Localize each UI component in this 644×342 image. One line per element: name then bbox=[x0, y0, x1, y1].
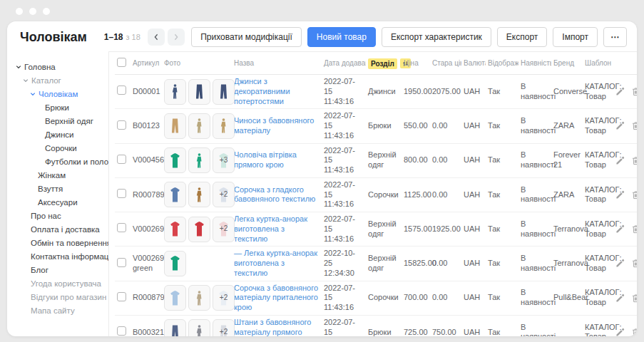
product-name-link[interactable]: Легка куртка-анорак виготовлена з тексти… bbox=[234, 214, 307, 243]
export-characteristics-button[interactable]: Експорт характеристик bbox=[382, 27, 491, 47]
delete-button[interactable] bbox=[631, 328, 637, 336]
sidebar-item[interactable]: Чоловікам bbox=[7, 87, 108, 100]
edit-button[interactable] bbox=[615, 224, 625, 234]
edit-button[interactable] bbox=[615, 294, 625, 303]
pagination-next-button[interactable] bbox=[168, 28, 185, 46]
sidebar-item[interactable]: Оплата і доставка bbox=[7, 222, 108, 236]
row-checkbox[interactable] bbox=[117, 120, 126, 130]
product-photo[interactable] bbox=[188, 182, 210, 207]
column-header-name[interactable]: Назва bbox=[232, 52, 322, 75]
product-name-link[interactable]: Чиноси з бавовняного матеріалу bbox=[234, 116, 314, 135]
row-checkbox[interactable] bbox=[117, 223, 126, 232]
product-photo[interactable] bbox=[164, 113, 186, 139]
product-photo[interactable] bbox=[164, 319, 186, 336]
window-zoom-button[interactable] bbox=[43, 8, 50, 15]
product-photo[interactable] bbox=[213, 113, 235, 139]
column-header-currency[interactable]: Валюта bbox=[461, 52, 486, 75]
sidebar-item[interactable]: Обмін та повернення bbox=[7, 236, 108, 249]
column-header-availability[interactable]: Наявність bbox=[518, 52, 551, 75]
column-header-brand[interactable]: Бренд bbox=[551, 52, 583, 75]
column-header-sku[interactable]: Артикул bbox=[131, 52, 162, 75]
product-name-link[interactable]: Сорочка з бавовняного матеріалу притален… bbox=[234, 284, 318, 312]
edit-button[interactable] bbox=[615, 87, 625, 96]
edit-button[interactable] bbox=[615, 259, 625, 268]
new-product-button[interactable]: Новий товар bbox=[307, 27, 376, 47]
row-checkbox[interactable] bbox=[117, 86, 126, 95]
product-name-link[interactable]: Штани з бавовняного матеріалу прямого кр… bbox=[234, 318, 311, 336]
sidebar-item[interactable]: Джинси bbox=[7, 128, 108, 141]
product-photo[interactable] bbox=[164, 147, 186, 173]
sidebar-item[interactable]: Контактна інформація bbox=[7, 249, 108, 263]
select-all-checkbox[interactable] bbox=[117, 58, 126, 67]
pagination-prev-button[interactable] bbox=[148, 28, 165, 46]
edit-button[interactable] bbox=[615, 121, 625, 130]
more-photos-badge[interactable]: +2 bbox=[213, 285, 235, 311]
delete-button[interactable] bbox=[631, 87, 637, 96]
sidebar-item[interactable]: Футболки и поло bbox=[7, 155, 108, 168]
row-checkbox[interactable] bbox=[117, 155, 126, 164]
window-minimize-button[interactable] bbox=[29, 8, 36, 15]
edit-button[interactable] bbox=[615, 156, 625, 165]
column-header-old_price[interactable]: Стара ціна bbox=[430, 52, 461, 75]
column-header-template[interactable]: Шаблон bbox=[583, 52, 620, 75]
sidebar-item[interactable]: Сорочки bbox=[7, 141, 108, 155]
hide-modifications-button[interactable]: Приховати модифікації bbox=[191, 27, 302, 47]
product-photo[interactable] bbox=[164, 285, 186, 311]
product-photo[interactable] bbox=[188, 319, 210, 336]
row-checkbox[interactable] bbox=[117, 326, 126, 336]
sidebar-item[interactable]: Про нас bbox=[7, 209, 108, 222]
sidebar-item[interactable]: Відгуки про магазин bbox=[7, 290, 108, 304]
product-photo[interactable] bbox=[188, 113, 210, 139]
window-close-button[interactable] bbox=[16, 8, 23, 15]
delete-button[interactable] bbox=[631, 294, 637, 303]
more-photos-badge[interactable]: +3 bbox=[213, 147, 235, 173]
sidebar-item[interactable]: Мапа сайту bbox=[7, 304, 108, 317]
more-photos-badge[interactable]: +2 bbox=[213, 319, 235, 336]
edit-button[interactable] bbox=[615, 190, 625, 200]
delete-button[interactable] bbox=[631, 156, 637, 165]
sidebar-item[interactable]: Жінкам bbox=[7, 168, 108, 182]
sidebar-item[interactable]: Головна bbox=[7, 60, 108, 73]
column-header-display[interactable]: Відображати bbox=[486, 52, 518, 75]
more-photos-badge[interactable]: +2 bbox=[213, 182, 235, 207]
product-sku: R000879 bbox=[133, 293, 165, 301]
delete-button[interactable] bbox=[631, 224, 637, 234]
product-photo[interactable] bbox=[164, 217, 186, 242]
delete-button[interactable] bbox=[631, 121, 637, 130]
more-photos-count: +3 bbox=[213, 156, 234, 165]
product-photo[interactable] bbox=[188, 217, 210, 242]
product-photo[interactable] bbox=[188, 79, 210, 105]
column-header-section[interactable]: Розділ bbox=[366, 52, 402, 75]
more-photos-badge[interactable]: +2 bbox=[213, 217, 235, 242]
row-checkbox[interactable] bbox=[117, 258, 126, 267]
sidebar-item[interactable]: Блог bbox=[7, 263, 108, 276]
product-photo[interactable] bbox=[164, 182, 186, 207]
product-photo[interactable] bbox=[188, 147, 210, 173]
export-button[interactable]: Експорт bbox=[497, 27, 547, 47]
delete-button[interactable] bbox=[631, 190, 637, 200]
product-name-link[interactable]: Чоловіча вітрівка прямого крою bbox=[234, 150, 297, 169]
sidebar-item[interactable]: Брюки bbox=[7, 100, 108, 114]
sidebar-item[interactable]: Взуття bbox=[7, 182, 108, 195]
product-photo[interactable] bbox=[164, 79, 186, 105]
column-header-price[interactable]: Ціна bbox=[402, 52, 430, 75]
product-table: АртикулФотоНазваДата додаванняРозділЦіна… bbox=[108, 51, 637, 336]
delete-button[interactable] bbox=[631, 259, 637, 268]
column-header-date[interactable]: Дата додавання bbox=[322, 52, 366, 75]
sidebar-item[interactable]: Каталог bbox=[7, 73, 108, 87]
product-name-link[interactable]: — Легка куртка-анорак виготовлена з текс… bbox=[234, 249, 317, 277]
sidebar-item[interactable]: Угода користувача bbox=[7, 276, 108, 290]
product-photo[interactable] bbox=[188, 285, 210, 311]
row-checkbox[interactable] bbox=[117, 292, 126, 301]
more-actions-button[interactable]: ⋯ bbox=[603, 27, 627, 47]
product-name-link[interactable]: Сорочка з гладкого бавовняного текстилю bbox=[234, 185, 315, 204]
row-checkbox[interactable] bbox=[117, 189, 126, 198]
edit-button[interactable] bbox=[615, 328, 625, 336]
product-photo[interactable] bbox=[213, 79, 235, 105]
sidebar-item[interactable]: Аксесуари bbox=[7, 195, 108, 209]
sidebar-item[interactable]: Верхній одяг bbox=[7, 114, 108, 128]
column-header-photos[interactable]: Фото bbox=[162, 52, 232, 75]
product-name-link[interactable]: Джинси з декоративними потертостями bbox=[234, 77, 290, 105]
product-photo[interactable] bbox=[164, 251, 186, 276]
import-button[interactable]: Імпорт bbox=[553, 27, 598, 47]
